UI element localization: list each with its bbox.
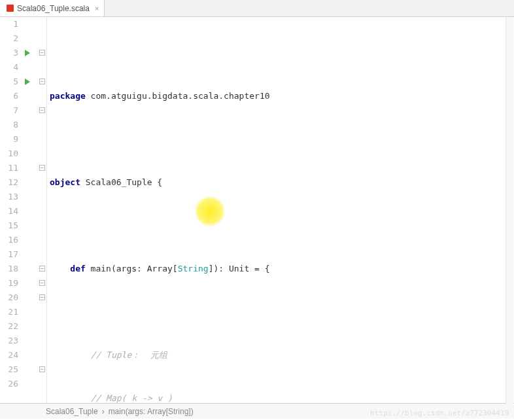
line-number: 7: [0, 103, 18, 118]
line-number: 10: [0, 147, 18, 161]
line-number: 14: [0, 204, 18, 219]
fold-toggle-icon[interactable]: −: [39, 79, 45, 84]
svg-rect-0: [7, 5, 14, 12]
current-line-highlight: [47, 204, 514, 219]
line-number: 21: [0, 305, 18, 319]
line-number: 12: [0, 175, 18, 190]
code-line: [50, 305, 514, 319]
line-number: 3: [0, 46, 18, 60]
run-marker-icon[interactable]: [25, 79, 30, 85]
line-number: 20: [0, 290, 18, 305]
fold-toggle-icon[interactable]: −: [39, 165, 45, 171]
run-marker-column: [24, 17, 38, 403]
line-number: 25: [0, 362, 18, 377]
line-number: 24: [0, 348, 18, 362]
code-editor[interactable]: 1234567891011121314151617181920212223242…: [0, 17, 514, 403]
line-number: 4: [0, 60, 18, 75]
code-line: [50, 219, 514, 233]
line-number: 2: [0, 31, 18, 46]
line-number: 19: [0, 276, 18, 290]
fold-toggle-icon[interactable]: −: [39, 107, 45, 113]
line-number: 6: [0, 89, 18, 103]
fold-toggle-icon[interactable]: −: [39, 280, 45, 286]
code-line: // Map( k -> v ): [50, 391, 514, 406]
fold-toggle-icon[interactable]: −: [39, 366, 45, 372]
line-number-gutter: 1234567891011121314151617181920212223242…: [0, 17, 24, 403]
line-number: 1: [0, 17, 18, 31]
vertical-scrollbar[interactable]: [505, 17, 513, 404]
line-number: 22: [0, 319, 18, 334]
line-number: 5: [0, 75, 18, 89]
scala-file-icon: [5, 4, 14, 13]
file-tab[interactable]: Scala06_Tuple.scala ×: [0, 0, 105, 16]
line-number: 18: [0, 262, 18, 276]
code-line: def main(args: Array[String]): Unit = {: [50, 262, 514, 276]
line-number: 23: [0, 334, 18, 348]
fold-toggle-icon[interactable]: −: [39, 294, 45, 300]
tab-filename: Scala06_Tuple.scala: [17, 4, 90, 13]
fold-toggle-icon[interactable]: −: [39, 50, 45, 56]
code-line: // Tuple： 元组: [50, 348, 514, 362]
line-number: 26: [0, 377, 18, 391]
code-line: object Scala06_Tuple {: [50, 175, 514, 190]
code-area[interactable]: package com.atguigu.bigdata.scala.chapte…: [47, 17, 514, 403]
code-line: package com.atguigu.bigdata.scala.chapte…: [50, 89, 514, 103]
line-number: 15: [0, 219, 18, 233]
fold-column: −−−−−−−−: [38, 17, 47, 403]
line-number: 11: [0, 161, 18, 175]
line-number: 13: [0, 190, 18, 204]
line-number: 17: [0, 247, 18, 262]
tab-bar: Scala06_Tuple.scala ×: [0, 0, 514, 17]
close-icon[interactable]: ×: [95, 5, 99, 12]
line-number: 9: [0, 132, 18, 147]
line-number: 16: [0, 233, 18, 247]
run-marker-icon[interactable]: [25, 50, 30, 56]
code-line: [50, 132, 514, 147]
line-number: 8: [0, 118, 18, 132]
fold-toggle-icon[interactable]: −: [39, 266, 45, 271]
